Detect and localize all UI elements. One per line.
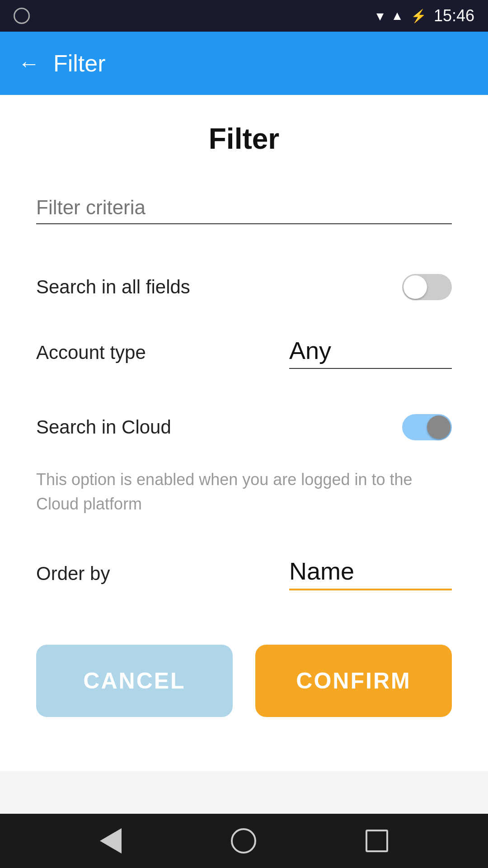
app-bar: ← Filter bbox=[0, 32, 488, 95]
search-all-fields-label: Search in all fields bbox=[36, 276, 190, 298]
buttons-row: CANCEL CONFIRM bbox=[36, 645, 452, 717]
wifi-icon: ▾ bbox=[376, 7, 384, 24]
order-by-label: Order by bbox=[36, 563, 110, 585]
main-content: Filter Search in all fields Account type… bbox=[0, 95, 488, 771]
search-all-fields-thumb bbox=[404, 275, 427, 299]
status-bar: ▾ ▲ ⚡ 15:46 bbox=[0, 0, 488, 32]
search-all-fields-row: Search in all fields bbox=[36, 256, 452, 318]
nav-home-icon bbox=[231, 828, 256, 854]
cancel-button[interactable]: CANCEL bbox=[36, 645, 233, 717]
cloud-helper-text: This option is enabled when you are logg… bbox=[36, 467, 452, 516]
filter-criteria-container bbox=[36, 192, 452, 224]
account-type-value[interactable]: Any bbox=[289, 336, 452, 369]
search-all-fields-toggle[interactable] bbox=[402, 274, 452, 300]
search-cloud-toggle[interactable] bbox=[402, 414, 452, 440]
search-cloud-track[interactable] bbox=[402, 414, 452, 440]
app-bar-title: Filter bbox=[53, 50, 106, 77]
status-bar-left bbox=[14, 8, 30, 24]
back-button[interactable]: ← bbox=[18, 51, 40, 76]
order-by-row: Order by Name bbox=[36, 539, 452, 609]
nav-recents-icon bbox=[366, 830, 388, 852]
search-cloud-row: Search in Cloud bbox=[36, 396, 452, 458]
filter-criteria-input[interactable] bbox=[36, 192, 452, 224]
account-type-row: Account type Any bbox=[36, 318, 452, 387]
search-all-fields-track[interactable] bbox=[402, 274, 452, 300]
search-cloud-label: Search in Cloud bbox=[36, 416, 171, 438]
order-by-value[interactable]: Name bbox=[289, 557, 452, 590]
search-cloud-thumb bbox=[427, 415, 450, 439]
status-time: 15:46 bbox=[434, 6, 474, 25]
page-title: Filter bbox=[36, 122, 452, 156]
account-type-label: Account type bbox=[36, 342, 146, 363]
nav-recents-button[interactable] bbox=[366, 830, 388, 852]
nav-back-button[interactable] bbox=[100, 828, 122, 854]
bottom-nav bbox=[0, 814, 488, 868]
confirm-button[interactable]: CONFIRM bbox=[255, 645, 452, 717]
battery-icon: ⚡ bbox=[411, 9, 427, 24]
nav-back-icon bbox=[100, 828, 122, 854]
status-bar-right: ▾ ▲ ⚡ 15:46 bbox=[376, 6, 474, 25]
status-circle-icon bbox=[14, 8, 30, 24]
nav-home-button[interactable] bbox=[231, 828, 256, 854]
search-cloud-section: Search in Cloud This option is enabled w… bbox=[36, 396, 452, 516]
signal-icon: ▲ bbox=[391, 9, 404, 23]
